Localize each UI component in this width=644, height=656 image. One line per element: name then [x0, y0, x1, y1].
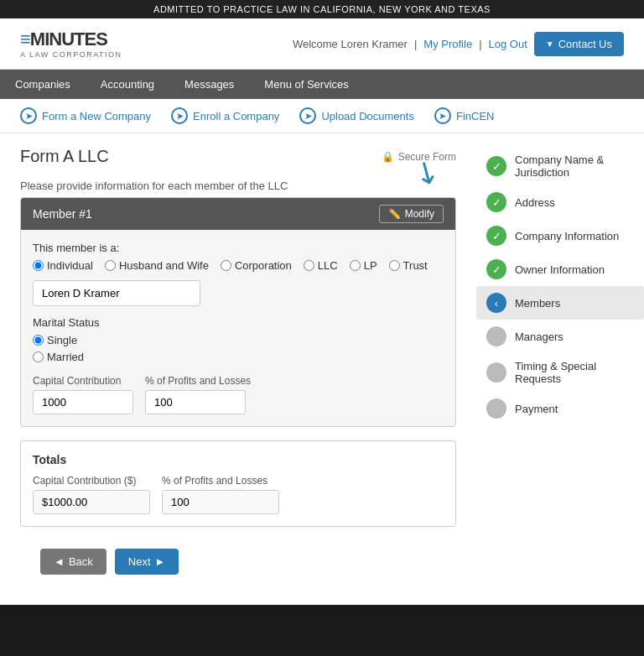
step-label-3: Company Information	[515, 230, 619, 242]
capital-contribution-input[interactable]	[33, 390, 133, 414]
step-company-info: ✓ Company Information	[476, 219, 644, 253]
subnav-enroll-label: Enroll a Company	[193, 110, 279, 122]
radio-married[interactable]: Married	[33, 351, 444, 363]
circle-arrow-icon2: ➤	[171, 107, 188, 124]
total-capital-label: Capital Contribution ($)	[33, 475, 150, 487]
logo: ≡MINUTES A LAW CORPORATION	[20, 29, 122, 59]
subnav-form-label: Form a New Company	[42, 110, 151, 122]
step-label-4: Owner Information	[515, 263, 605, 276]
circle-arrow-icon3: ➤	[299, 107, 316, 124]
sidebar: ✓ Company Name & Jurisdiction ✓ Address …	[476, 133, 644, 605]
member-header: Member #1 ✏️ Modify	[21, 198, 455, 230]
profile-link[interactable]: My Profile	[423, 38, 472, 50]
nav-item-accounting[interactable]: Accounting	[86, 70, 169, 99]
radio-trust[interactable]: Trust	[389, 259, 428, 272]
nav-buttons: ◄ Back Next ►	[20, 540, 456, 591]
step-label-2: Address	[515, 196, 555, 209]
member-type-radio-group: Individual Husband and Wife Corporation …	[33, 259, 444, 272]
step-owner-info: ✓ Owner Information	[476, 253, 644, 286]
member-name-input[interactable]	[33, 280, 200, 306]
step-members: ‹ Members	[476, 286, 644, 320]
subnav-upload-documents[interactable]: ➤ Upload Documents	[299, 107, 414, 124]
lock-icon: 🔒	[382, 151, 394, 163]
profits-losses-label: % of Profits and Losses	[145, 375, 251, 387]
back-button[interactable]: ◄ Back	[40, 549, 106, 575]
step-timing: Timing & Special Requests	[476, 353, 644, 392]
radio-single[interactable]: Single	[33, 334, 444, 346]
subnav-upload-label: Upload Documents	[321, 110, 414, 122]
step-label-5: Members	[515, 297, 560, 310]
step-address: ✓ Address	[476, 185, 644, 219]
logout-link[interactable]: Log Out	[489, 38, 527, 50]
content-area: Form A LLC 🔒 Secure Form Please provide …	[0, 133, 644, 605]
subnav-form-new-company[interactable]: ➤ Form a New Company	[20, 107, 151, 124]
step-circle-8	[486, 398, 506, 419]
marital-radio-group: Single Married	[33, 334, 444, 363]
contact-button[interactable]: Contact Us	[534, 32, 624, 56]
header: ≡MINUTES A LAW CORPORATION Welcome Loren…	[0, 18, 644, 70]
radio-individual[interactable]: Individual	[33, 259, 93, 272]
member-heading: Member #1	[33, 207, 92, 221]
nav-item-companies[interactable]: Companies	[0, 70, 86, 99]
subnav-fincen-label: FinCEN	[456, 110, 495, 122]
sub-nav: ➤ Form a New Company ➤ Enroll a Company …	[0, 99, 644, 133]
total-capital-field: Capital Contribution ($)	[33, 475, 150, 514]
step-label-6: Managers	[515, 331, 564, 343]
step-circle-2: ✓	[486, 192, 506, 212]
header-right: Welcome Loren Kramer | My Profile | Log …	[293, 32, 624, 56]
total-capital-input[interactable]	[33, 490, 150, 514]
top-bar-text: ADMITTED TO PRACTICE LAW IN CALIFORNIA, …	[153, 4, 491, 14]
logo-sub: A LAW CORPORATION	[20, 50, 122, 59]
step-managers: Managers	[476, 320, 644, 353]
subnav-fincen[interactable]: ➤ FinCEN	[434, 107, 495, 124]
member-body: This member is a: Individual Husband and…	[21, 230, 455, 426]
marital-status-label: Marital Status	[33, 316, 444, 329]
logo-name: ≡MINUTES	[20, 29, 122, 50]
main-content: Form A LLC 🔒 Secure Form Please provide …	[0, 133, 476, 605]
step-label-8: Payment	[515, 403, 558, 415]
modify-button[interactable]: ✏️ Modify	[379, 205, 444, 223]
step-circle-7	[486, 362, 506, 383]
step-payment: Payment	[476, 392, 644, 425]
main-nav: Companies Accounting Messages Menu of Se…	[0, 70, 644, 99]
top-bar: ADMITTED TO PRACTICE LAW IN CALIFORNIA, …	[0, 0, 644, 18]
capital-contribution-field: Capital Contribution	[33, 375, 133, 414]
circle-arrow-icon: ➤	[20, 107, 37, 124]
next-button[interactable]: Next ►	[115, 549, 179, 575]
totals-card: Totals Capital Contribution ($) % of Pro…	[20, 440, 456, 527]
subnav-enroll-company[interactable]: ➤ Enroll a Company	[171, 107, 279, 124]
member-type-row: This member is a: Individual Husband and…	[33, 242, 444, 272]
profits-losses-field: % of Profits and Losses	[145, 375, 251, 414]
form-description: Please provide information for each memb…	[20, 180, 456, 192]
welcome-text: Welcome Loren Kramer	[293, 38, 408, 50]
page-title-row: Form A LLC 🔒 Secure Form	[20, 147, 456, 166]
page-title: Form A LLC	[20, 147, 109, 166]
totals-title: Totals	[33, 453, 444, 466]
profits-losses-input[interactable]	[145, 390, 246, 414]
edit-icon: ✏️	[388, 208, 401, 220]
member-card: Member #1 ✏️ Modify This member is a: In…	[20, 197, 456, 427]
radio-corporation[interactable]: Corporation	[221, 259, 292, 272]
total-profits-label: % of Profits and Losses	[162, 475, 279, 487]
radio-llc[interactable]: LLC	[304, 259, 338, 272]
radio-husband-wife[interactable]: Husband and Wife	[105, 259, 209, 272]
step-circle-3: ✓	[486, 226, 506, 246]
step-company-name: ✓ Company Name & Jurisdiction	[476, 147, 644, 185]
type-label: This member is a:	[33, 242, 119, 254]
capital-contribution-label: Capital Contribution	[33, 375, 133, 387]
step-circle-4: ✓	[486, 259, 506, 279]
nav-item-menu-of-services[interactable]: Menu of Services	[249, 70, 363, 99]
contributions-row: Capital Contribution % of Profits and Lo…	[33, 375, 444, 414]
total-profits-input[interactable]	[162, 490, 279, 514]
radio-lp[interactable]: LP	[350, 259, 377, 272]
total-profits-field: % of Profits and Losses	[162, 475, 279, 514]
step-circle-5: ‹	[486, 293, 506, 313]
step-label-7: Timing & Special Requests	[515, 360, 634, 385]
step-circle-6	[486, 326, 506, 346]
step-circle-1: ✓	[486, 156, 506, 176]
nav-item-messages[interactable]: Messages	[169, 70, 249, 99]
circle-arrow-icon4: ➤	[434, 107, 451, 124]
step-label-1: Company Name & Jurisdiction	[515, 154, 634, 179]
totals-row: Capital Contribution ($) % of Profits an…	[33, 475, 444, 514]
